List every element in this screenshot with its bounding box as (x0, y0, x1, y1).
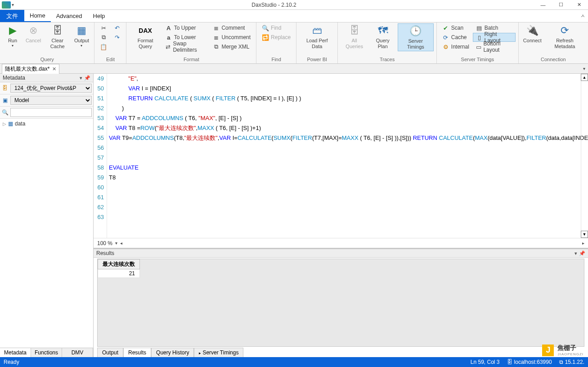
results-pane: Results ▾ 📌 最大连续次数 21 Output Results Que… (94, 249, 588, 357)
cut-button[interactable]: ✂ (97, 23, 110, 32)
redo-button[interactable]: ↷ (111, 33, 123, 42)
code-area[interactable]: "E", VAR I = [INDEX] RETURN CALCULATE ( … (107, 74, 588, 238)
ribbon: ▶Run▾ ⊗Cancel 🗄Clear Cache ▦Output▾ Quer… (0, 22, 588, 64)
paste-button[interactable]: 📋 (97, 42, 110, 51)
tab-advanced[interactable]: Advanced (51, 10, 88, 22)
cube-icon: ▣ (1, 97, 9, 104)
vertical-scrollbar[interactable]: ▲ ▼ (581, 74, 588, 238)
metadata-search-input[interactable] (10, 108, 92, 117)
replace-button[interactable]: 🔁Replace (259, 33, 293, 42)
results-pin-icon[interactable]: 📌 (579, 251, 585, 256)
results-column-header[interactable]: 最大连续次数 (98, 260, 140, 269)
tab-home[interactable]: Home (24, 10, 51, 22)
output-button[interactable]: ▦Output▾ (72, 23, 91, 49)
play-icon: ▸ (199, 351, 201, 355)
swap-delimiters-button[interactable]: ⇄Swap Delimiters (162, 42, 209, 51)
doctab-dropdown-icon[interactable]: ▾ (583, 66, 585, 71)
right-layout-icon: ▯ (476, 34, 483, 41)
close-button[interactable]: ✕ (570, 0, 588, 10)
results-table[interactable]: 最大连续次数 21 (98, 259, 140, 278)
status-ready: Ready (4, 359, 19, 365)
group-traces-label: Traces (341, 56, 433, 63)
undo-button[interactable]: ↶ (111, 23, 123, 32)
clear-cache-button[interactable]: 🗄Clear Cache (44, 23, 71, 50)
metadata-tabs: Metadata Functions DMV (0, 348, 93, 357)
pin-icon[interactable]: 📌 (84, 75, 90, 81)
cancel-button[interactable]: ⊗Cancel (23, 23, 43, 45)
document-tabs: 随机最大次数.dax* ✕ ▾ (0, 64, 588, 74)
comment-icon: ≣ (212, 24, 220, 31)
window-title: DaxStudio - 2.10.2 (14, 2, 534, 8)
metadata-title: Metadata (3, 75, 25, 81)
to-upper-button[interactable]: ATo Upper (162, 23, 209, 32)
results-dropdown-icon[interactable]: ▾ (575, 251, 577, 256)
bottom-tab-query-history[interactable]: Query History (151, 348, 194, 357)
menubar: 文件 Home Advanced Help ㅅ (0, 10, 588, 22)
panel-dropdown-icon[interactable]: ▾ (80, 75, 82, 81)
tab-help[interactable]: Help (88, 10, 111, 22)
bottom-layout-button[interactable]: ▭Bottom Layout (473, 42, 516, 51)
all-queries-button[interactable]: 🗄All Queries (341, 23, 368, 50)
connect-button[interactable]: 🔌Connect (521, 23, 543, 45)
document-tab-label: 随机最大次数.dax* (5, 65, 49, 73)
metadata-sidebar: Metadata ▾ 📌 🗄 124_优化_Power Pivot&P ▣ Mo… (0, 74, 94, 357)
file-menu[interactable]: 文件 (0, 10, 24, 22)
copy-button[interactable]: ⧉ (97, 33, 110, 42)
status-version: ⧉15.1.22. (559, 359, 584, 365)
server-timings-button[interactable]: 🕒Server Timings (398, 23, 434, 51)
metadata-tab-functions[interactable]: Functions (31, 348, 62, 357)
minimize-button[interactable]: — (534, 0, 552, 10)
merge-xml-button[interactable]: ⧉Merge XML (210, 42, 253, 51)
bottom-tab-output[interactable]: Output (97, 348, 123, 357)
group-connection-label: Connection (521, 56, 585, 63)
expand-icon[interactable]: ▷ (3, 121, 6, 126)
tree-item-label: data (15, 121, 25, 127)
bottom-tab-server-timings[interactable]: ▸Server Timings (194, 348, 243, 357)
watermark-sub: JIAOPENGZI (557, 352, 584, 356)
group-find-label: Find (259, 56, 293, 63)
run-button[interactable]: ▶Run▾ (3, 23, 22, 49)
statusbar: Ready Ln 59, Col 3 🗄localhost:63990 ⧉15.… (0, 357, 588, 367)
refresh-metadata-button[interactable]: ⟳Refresh Metadata (544, 23, 585, 50)
code-editor[interactable]: 495051525354555657585960616263 "E", VAR … (94, 74, 588, 238)
scan-toggle[interactable]: ✔Scan (440, 23, 472, 32)
zoom-dropdown-icon[interactable]: ▾ (115, 241, 117, 246)
document-tab[interactable]: 随机最大次数.dax* ✕ (2, 64, 59, 74)
database-select[interactable]: 124_优化_Power Pivot&P (10, 84, 92, 93)
hscroll-left-icon[interactable]: ◂ (120, 241, 122, 246)
bottom-tabs: Output Results Query History ▸Server Tim… (94, 347, 588, 357)
table-icon: ▦ (8, 121, 13, 127)
query-plan-button[interactable]: 🗺Query Plan (369, 23, 397, 50)
upper-icon: A (165, 24, 172, 31)
zoom-level[interactable]: 100 % (97, 240, 112, 246)
cache-toggle[interactable]: ⟳Cache (440, 33, 472, 42)
model-select[interactable]: Model (10, 96, 92, 105)
scroll-down-icon[interactable]: ▼ (581, 231, 588, 238)
undo-icon: ↶ (113, 24, 121, 31)
bottom-tab-results[interactable]: Results (123, 348, 151, 357)
group-server-timings-label: Server Timings (440, 56, 516, 63)
close-tab-icon[interactable]: ✕ (52, 66, 56, 72)
load-perf-data-button[interactable]: 🗃Load Perf Data (299, 23, 335, 50)
comment-button[interactable]: ≣Comment (210, 23, 253, 32)
scan-icon: ✔ (442, 24, 449, 31)
swap-icon: ⇄ (165, 43, 171, 50)
replace-icon: 🔁 (262, 34, 269, 41)
watermark-text: 焦棚子 (557, 344, 576, 351)
database-icon: 🗄 (1, 85, 9, 92)
tree-item-data[interactable]: ▷ ▦ data (3, 121, 90, 127)
format-query-button[interactable]: DAXFormat Query (129, 23, 161, 50)
ribbon-collapse-icon[interactable]: ㅅ (580, 13, 585, 19)
uncomment-button[interactable]: ≣Uncomment (210, 33, 253, 42)
maximize-button[interactable]: ☐ (552, 0, 570, 10)
metadata-tab-dmv[interactable]: DMV (62, 348, 93, 357)
metadata-tree[interactable]: ▷ ▦ data (0, 119, 93, 348)
hscroll-right-icon[interactable]: ▸ (582, 241, 584, 246)
find-button[interactable]: 🔍Find (259, 23, 293, 32)
internal-toggle[interactable]: ⚙Internal (440, 42, 472, 51)
metadata-tab-metadata[interactable]: Metadata (0, 348, 31, 357)
merge-icon: ⧉ (212, 43, 220, 50)
version-icon: ⧉ (559, 359, 563, 365)
scroll-up-icon[interactable]: ▲ (581, 74, 588, 81)
find-icon: 🔍 (262, 24, 269, 31)
